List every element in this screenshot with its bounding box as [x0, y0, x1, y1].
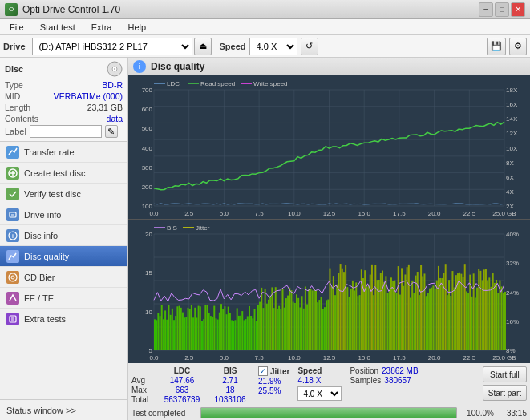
sidebar-item-disc-quality[interactable]: Disc quality	[0, 246, 127, 267]
nav-label-disc-info: Disc info	[24, 231, 58, 240]
disc-quality-title: Disc quality	[151, 61, 204, 72]
total-label: Total	[131, 395, 154, 404]
nav-label-drive-info: Drive info	[24, 210, 61, 220]
sidebar-item-disc-info[interactable]: i Disc info	[0, 225, 127, 246]
mid-label: MID	[5, 91, 20, 101]
speed-stats-header: Speed	[297, 366, 342, 375]
length-label: Length	[5, 103, 30, 112]
menu-bar: File Start test Extra Help	[0, 19, 530, 35]
disc-panel: Disc Type BD-R MID VERBATIMe (000) Lengt…	[0, 58, 127, 142]
transfer-rate-icon	[6, 146, 19, 159]
nav-label-disc-quality: Disc quality	[24, 252, 69, 261]
menu-help[interactable]: Help	[121, 21, 152, 34]
type-value: BD-R	[102, 80, 123, 90]
fe-te-icon	[6, 292, 19, 305]
avg-ldc: 147.66	[157, 376, 207, 385]
svg-text:i: i	[12, 233, 14, 239]
disc-label-label: Label	[5, 127, 26, 136]
label-edit-button[interactable]: ✎	[105, 125, 118, 138]
type-label: Type	[5, 80, 23, 90]
max-label: Max	[131, 386, 154, 394]
avg-bis: 2.71	[210, 376, 250, 385]
charts-container	[128, 75, 530, 363]
time-text: 33:15	[499, 409, 527, 418]
sidebar-item-verify-test-disc[interactable]: Verify test disc	[0, 184, 127, 204]
length-value: 23,31 GB	[87, 103, 123, 112]
start-full-button[interactable]: Start full	[483, 366, 527, 382]
nav-label-fe-te: FE / TE	[24, 293, 54, 303]
nav-label-cd-bier: CD Bier	[24, 273, 55, 282]
contents-label: Contents	[5, 114, 38, 123]
extra-tests-icon	[6, 313, 19, 325]
menu-extra[interactable]: Extra	[85, 21, 119, 34]
samples-label: Samples	[350, 376, 381, 385]
progress-status: Test completed	[131, 409, 196, 418]
content-area: i Disc quality LDC BIS	[128, 58, 530, 420]
lower-chart	[128, 220, 530, 363]
nav-label-verify-test-disc: Verify test disc	[24, 189, 81, 199]
position-label: Position	[350, 366, 378, 375]
settings-button[interactable]: 💾	[487, 38, 506, 55]
drive-info-icon	[6, 208, 19, 221]
svg-point-10	[9, 273, 17, 281]
verify-disc-icon	[6, 188, 19, 200]
jitter-checkbox[interactable]: ✓	[258, 366, 268, 376]
speed-val: 4.18 X	[297, 376, 342, 385]
speed-select2[interactable]: 4.0 X 8.0 X	[297, 386, 342, 401]
app-icon: O	[5, 3, 18, 16]
start-part-button[interactable]: Start part	[483, 385, 527, 401]
title-bar: O Opti Drive Control 1.70 − □ ✕	[0, 0, 530, 19]
sidebar-item-create-test-disc[interactable]: Create test disc	[0, 163, 127, 184]
progress-row: Test completed 100.0% 33:15	[131, 407, 527, 418]
close-button[interactable]: ✕	[511, 2, 525, 17]
max-ldc: 663	[157, 386, 207, 394]
total-bis: 1033106	[210, 395, 250, 404]
mid-value: VERBATIMe (000)	[54, 91, 123, 101]
status-window-label: Status window >>	[6, 406, 76, 415]
nav-label-transfer-rate: Transfer rate	[24, 147, 75, 157]
label-input[interactable]	[30, 125, 102, 138]
svg-point-11	[11, 276, 14, 279]
progress-text: 100.0%	[462, 409, 494, 418]
sidebar-item-drive-info[interactable]: Drive info	[0, 204, 127, 225]
progress-bar-fill	[201, 408, 456, 418]
disc-icon	[107, 61, 123, 77]
upper-chart	[128, 75, 530, 220]
app-title: Opti Drive Control 1.70	[22, 4, 120, 15]
speed-label: Speed	[220, 42, 246, 51]
config-button[interactable]: ⚙	[509, 38, 527, 55]
status-window-button[interactable]: Status window >>	[0, 399, 127, 420]
sidebar-item-transfer-rate[interactable]: Transfer rate	[0, 142, 127, 163]
refresh-button[interactable]: ↺	[301, 38, 318, 55]
sidebar: Disc Type BD-R MID VERBATIMe (000) Lengt…	[0, 58, 128, 420]
avg-label: Avg	[131, 376, 154, 385]
speed-select[interactable]: 4.0 X 8.0 X MAX	[249, 38, 297, 55]
max-jitter: 25.5%	[258, 386, 289, 395]
sidebar-item-fe-te[interactable]: FE / TE	[0, 288, 127, 309]
drive-label: Drive	[3, 42, 26, 51]
menu-file[interactable]: File	[3, 21, 30, 34]
sidebar-item-extra-tests[interactable]: Extra tests	[0, 309, 127, 329]
sidebar-item-cd-bier[interactable]: CD Bier	[0, 267, 127, 288]
total-ldc: 56376739	[157, 395, 207, 404]
samples-value: 380657	[384, 376, 411, 385]
eject-button[interactable]: ⏏	[194, 38, 212, 55]
avg-jitter: 21.9%	[258, 377, 289, 386]
disc-quality-header: i Disc quality	[128, 58, 530, 75]
drive-toolbar: Drive (D:) ATAPI iHBS312 2 PL17 ⏏ Speed …	[0, 35, 530, 58]
minimize-button[interactable]: −	[479, 2, 493, 17]
drive-select[interactable]: (D:) ATAPI iHBS312 2 PL17	[32, 38, 192, 55]
disc-quality-icon	[6, 250, 19, 263]
bis-header: BIS	[210, 366, 250, 375]
menu-start-test[interactable]: Start test	[34, 21, 82, 34]
maximize-button[interactable]: □	[495, 2, 509, 17]
disc-panel-title: Disc	[5, 64, 23, 74]
position-value: 23862 MB	[382, 366, 419, 375]
nav-label-extra-tests: Extra tests	[24, 314, 66, 324]
disc-quality-icon-header: i	[133, 60, 146, 73]
svg-point-2	[114, 68, 115, 70]
jitter-header: Jitter	[270, 367, 289, 376]
disc-info-icon: i	[6, 229, 19, 242]
stats-section: LDC BIS Avg 147.66 2.71 Max 663 18 Tot	[128, 363, 530, 420]
create-disc-icon	[6, 167, 19, 180]
